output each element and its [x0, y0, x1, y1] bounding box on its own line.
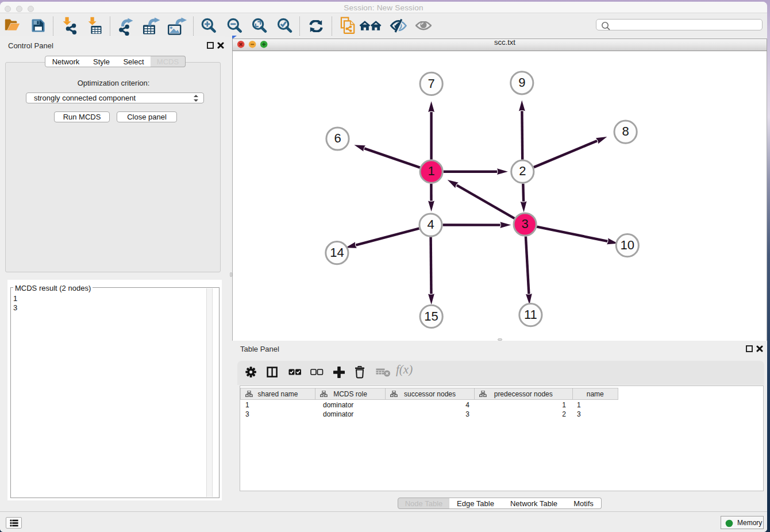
- svg-text:2: 2: [519, 164, 526, 178]
- svg-text:3: 3: [521, 217, 528, 231]
- svg-text:9: 9: [518, 75, 525, 90]
- svg-text:10: 10: [621, 238, 634, 252]
- svg-text:6: 6: [334, 131, 341, 145]
- svg-text:14: 14: [330, 245, 344, 260]
- svg-text:4: 4: [427, 217, 434, 232]
- svg-text:11: 11: [524, 307, 537, 322]
- svg-text:7: 7: [428, 76, 434, 91]
- svg-text:8: 8: [622, 124, 629, 138]
- svg-text:15: 15: [424, 309, 438, 323]
- svg-text:1: 1: [428, 164, 434, 178]
